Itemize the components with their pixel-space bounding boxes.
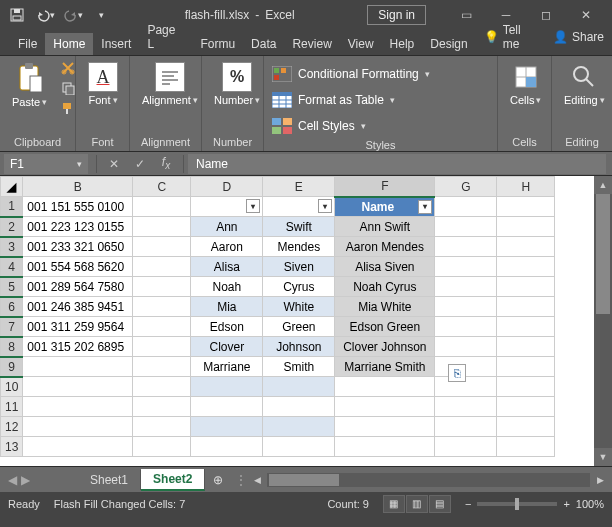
cell[interactable]: [133, 297, 191, 317]
zoom-control[interactable]: − + 100%: [465, 498, 604, 510]
cell[interactable]: Clover Johnson: [335, 337, 435, 357]
select-all-corner[interactable]: ◢: [1, 177, 23, 197]
scroll-right-icon[interactable]: ▶: [592, 475, 608, 485]
cell[interactable]: Aaron: [191, 237, 263, 257]
tab-home[interactable]: Home: [45, 33, 93, 55]
cell[interactable]: [133, 417, 191, 437]
cell[interactable]: 001 223 123 0155: [23, 217, 133, 237]
scroll-down-icon[interactable]: ▼: [594, 448, 612, 466]
sign-in-button[interactable]: Sign in: [367, 5, 426, 25]
cell[interactable]: [133, 437, 191, 457]
cell[interactable]: [497, 437, 555, 457]
row-header[interactable]: 13: [1, 437, 23, 457]
cell[interactable]: Alisa Siven: [335, 257, 435, 277]
new-sheet-icon[interactable]: ⊕: [205, 473, 231, 487]
row-header[interactable]: 2: [1, 217, 23, 237]
page-break-view-icon[interactable]: ▤: [429, 495, 451, 513]
row-header[interactable]: 4: [1, 257, 23, 277]
col-header[interactable]: C: [133, 177, 191, 197]
col-header[interactable]: B: [23, 177, 133, 197]
row-header[interactable]: 3: [1, 237, 23, 257]
cell[interactable]: [23, 377, 133, 397]
tab-insert[interactable]: Insert: [93, 33, 139, 55]
cell[interactable]: [497, 277, 555, 297]
cell[interactable]: Mia White: [335, 297, 435, 317]
cell[interactable]: Noah Cyrus: [335, 277, 435, 297]
cell[interactable]: Name▾: [335, 197, 435, 217]
cell[interactable]: 001 151 555 0100: [23, 197, 133, 217]
cell[interactable]: [497, 337, 555, 357]
cell[interactable]: [497, 357, 555, 377]
cell[interactable]: [133, 397, 191, 417]
enter-formula-icon[interactable]: ✓: [127, 157, 153, 171]
row-header[interactable]: 9: [1, 357, 23, 377]
cancel-formula-icon[interactable]: ✕: [101, 157, 127, 171]
cell[interactable]: [191, 437, 263, 457]
scroll-up-icon[interactable]: ▲: [594, 176, 612, 194]
cell[interactable]: [191, 397, 263, 417]
cell[interactable]: Ann: [191, 217, 263, 237]
cell[interactable]: [133, 277, 191, 297]
cell[interactable]: Smith: [263, 357, 335, 377]
tab-file[interactable]: File: [10, 33, 45, 55]
row-header[interactable]: 7: [1, 317, 23, 337]
paste-button[interactable]: Paste ▾: [8, 60, 51, 110]
cell[interactable]: Green: [263, 317, 335, 337]
cell[interactable]: White: [263, 297, 335, 317]
cell[interactable]: [435, 297, 497, 317]
cell[interactable]: [263, 417, 335, 437]
cell[interactable]: Mia: [191, 297, 263, 317]
cell[interactable]: [435, 257, 497, 277]
cell[interactable]: [133, 197, 191, 217]
cell[interactable]: [435, 437, 497, 457]
cell[interactable]: Clover: [191, 337, 263, 357]
sheet-nav-icon[interactable]: ◀ ▶: [0, 473, 38, 487]
cell[interactable]: [335, 397, 435, 417]
cell[interactable]: Marriane: [191, 357, 263, 377]
cell[interactable]: [263, 437, 335, 457]
row-header[interactable]: 11: [1, 397, 23, 417]
cell[interactable]: Aaron Mendes: [335, 237, 435, 257]
cell[interactable]: [133, 317, 191, 337]
cell[interactable]: [435, 197, 497, 217]
row-header[interactable]: 10: [1, 377, 23, 397]
cell[interactable]: [435, 237, 497, 257]
tab-review[interactable]: Review: [284, 33, 339, 55]
cell[interactable]: [191, 417, 263, 437]
cell[interactable]: [191, 377, 263, 397]
row-header[interactable]: 5: [1, 277, 23, 297]
col-header[interactable]: D: [191, 177, 263, 197]
tab-help[interactable]: Help: [382, 33, 423, 55]
redo-icon[interactable]: ▾: [62, 4, 84, 26]
vertical-scrollbar[interactable]: ▲ ▼: [594, 176, 612, 466]
cell[interactable]: 001 246 385 9451: [23, 297, 133, 317]
tab-formulas[interactable]: Formu: [192, 33, 243, 55]
zoom-in-icon[interactable]: +: [563, 498, 569, 510]
zoom-slider[interactable]: [477, 502, 557, 506]
cell[interactable]: [435, 337, 497, 357]
name-box[interactable]: F1▾: [4, 154, 88, 174]
share-button[interactable]: 👤Share: [545, 26, 612, 48]
cell[interactable]: [435, 417, 497, 437]
cell[interactable]: [23, 357, 133, 377]
tab-view[interactable]: View: [340, 33, 382, 55]
tab-design[interactable]: Design: [422, 33, 475, 55]
sheet-tab[interactable]: Sheet2: [141, 469, 205, 491]
cell[interactable]: Edson: [191, 317, 263, 337]
cell[interactable]: Ann Swift: [335, 217, 435, 237]
cell[interactable]: [497, 397, 555, 417]
font-button[interactable]: A Font ▾: [84, 60, 122, 108]
cell[interactable]: Cyrus: [263, 277, 335, 297]
alignment-button[interactable]: Alignment ▾: [138, 60, 202, 108]
cell[interactable]: Johnson: [263, 337, 335, 357]
cell[interactable]: [23, 397, 133, 417]
fx-icon[interactable]: fx: [153, 155, 179, 171]
cell[interactable]: Edson Green: [335, 317, 435, 337]
cell[interactable]: 001 289 564 7580: [23, 277, 133, 297]
row-header[interactable]: 8: [1, 337, 23, 357]
col-header[interactable]: H: [497, 177, 555, 197]
tell-me-button[interactable]: 💡Tell me: [476, 19, 545, 55]
cell[interactable]: [133, 357, 191, 377]
cell[interactable]: [497, 257, 555, 277]
cell[interactable]: [263, 377, 335, 397]
